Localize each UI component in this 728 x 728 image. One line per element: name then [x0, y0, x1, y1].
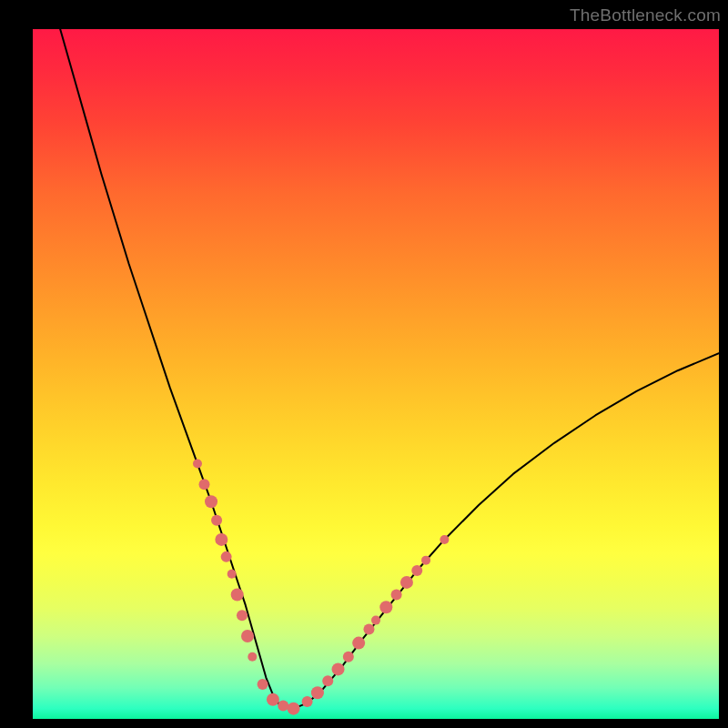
marker-dot — [199, 479, 210, 490]
heatmap-background — [33, 29, 719, 719]
marker-dot — [267, 693, 279, 706]
marker-dot — [371, 616, 380, 625]
marker-dot — [215, 533, 228, 546]
marker-dot — [221, 551, 232, 562]
marker-dot — [379, 601, 392, 613]
marker-dot — [411, 565, 422, 576]
marker-dot — [211, 515, 222, 526]
marker-dot — [258, 679, 268, 690]
marker-dot — [278, 701, 288, 712]
marker-dot — [343, 652, 354, 662]
marker-dot — [193, 460, 202, 469]
plot-svg — [33, 29, 719, 719]
marker-dot — [288, 703, 300, 715]
marker-dot — [391, 590, 402, 601]
marker-dot — [205, 495, 217, 508]
marker-dot — [400, 576, 413, 589]
marker-dot — [248, 652, 257, 662]
marker-dot — [231, 589, 244, 602]
marker-dot — [352, 637, 365, 650]
watermark-text: TheBottleneck.com — [570, 5, 721, 25]
marker-dot — [322, 675, 333, 686]
marker-dot — [237, 610, 248, 621]
marker-dot — [440, 535, 449, 544]
marker-dot — [228, 570, 237, 579]
chart-frame: TheBottleneck.com — [0, 0, 728, 728]
marker-dot — [363, 623, 374, 634]
marker-dot — [241, 630, 254, 642]
marker-dot — [302, 696, 313, 707]
marker-dot — [311, 686, 324, 699]
marker-dot — [332, 662, 345, 675]
plot-area — [33, 29, 719, 719]
marker-dot — [421, 556, 430, 565]
